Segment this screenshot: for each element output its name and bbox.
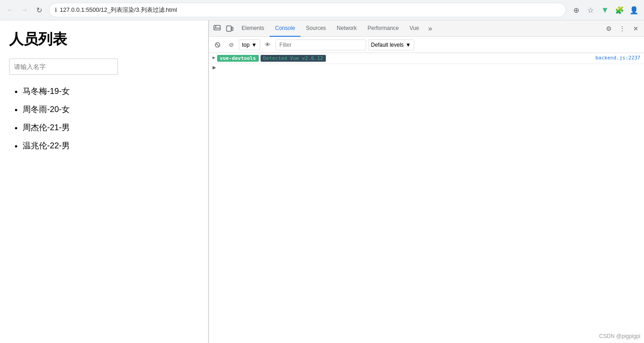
main-container: 人员列表 马冬梅-19-女周冬雨-20-女周杰伦-21-男温兆伦-22-男 <box>0 20 644 343</box>
tab-network[interactable]: Network <box>331 20 362 37</box>
person-list: 马冬梅-19-女周冬雨-20-女周杰伦-21-男温兆伦-22-男 <box>9 82 199 155</box>
toolbar-actions: ⊕ ☆ ▼ 🧩 👤 <box>570 4 640 16</box>
devtools-panel: Elements Console Sources Network Perform… <box>208 20 644 343</box>
console-message-vue-detected: ▶ vue-devtools Detected Vue v2.6.12 back… <box>209 53 644 64</box>
url-text: 127.0.0.1:5500/12_列表渲染/3.列表过滤.html <box>60 6 177 14</box>
vue-extension-button[interactable]: ▼ <box>599 4 611 16</box>
svg-rect-1 <box>227 26 231 31</box>
console-toolbar: ⊘ top ▼ 👁 Default levels ▼ <box>209 37 644 53</box>
inspect-element-button[interactable] <box>211 22 223 35</box>
tab-sources[interactable]: Sources <box>300 20 331 37</box>
page-title: 人员列表 <box>9 29 199 49</box>
live-expressions-button[interactable]: 👁 <box>262 39 274 51</box>
vue-devtools-badge: vue-devtools <box>217 55 258 62</box>
console-output: ▶ vue-devtools Detected Vue v2.6.12 back… <box>209 53 644 343</box>
device-toggle-button[interactable] <box>223 22 236 35</box>
browser-toolbar: ← → ↻ ℹ 127.0.0.1:5500/12_列表渲染/3.列表过滤.ht… <box>0 0 644 20</box>
nav-buttons: ← → ↻ <box>4 4 45 16</box>
list-item: 温兆伦-22-男 <box>23 137 199 155</box>
refresh-button[interactable]: ↻ <box>33 4 45 16</box>
devtools-tabs: Elements Console Sources Network Perform… <box>209 20 644 37</box>
tab-elements[interactable]: Elements <box>236 20 270 37</box>
lock-icon: ℹ <box>55 7 57 13</box>
tab-performance[interactable]: Performance <box>362 20 404 37</box>
svg-line-4 <box>216 44 219 46</box>
filter-input[interactable] <box>276 39 366 50</box>
vue-detected-badge: Detected Vue v2.6.12 <box>261 55 326 62</box>
list-item: 马冬梅-19-女 <box>23 82 199 100</box>
watermark: CSDN @pigpigpi <box>599 333 640 339</box>
row-expand-icon[interactable]: ▶ <box>213 65 216 70</box>
back-button[interactable]: ← <box>4 4 16 16</box>
block-button[interactable]: ⊘ <box>225 39 237 51</box>
tab-console[interactable]: Console <box>270 20 300 37</box>
list-item: 周杰伦-21-男 <box>23 118 199 137</box>
console-message-source[interactable]: backend.js:2237 <box>596 55 640 61</box>
clear-console-button[interactable] <box>212 39 223 51</box>
close-devtools-button[interactable]: ✕ <box>629 22 642 35</box>
expand-triangle-icon[interactable]: ▶ <box>213 55 215 60</box>
list-item: 周冬雨-20-女 <box>23 100 199 118</box>
settings-button[interactable]: ⚙ <box>602 22 615 35</box>
more-options-button[interactable]: ⋮ <box>616 22 629 35</box>
browser-chrome: ← → ↻ ℹ 127.0.0.1:5500/12_列表渲染/3.列表过滤.ht… <box>0 0 644 20</box>
search-input[interactable] <box>9 59 118 75</box>
context-value: top <box>242 42 250 48</box>
address-bar[interactable]: ℹ 127.0.0.1:5500/12_列表渲染/3.列表过滤.html <box>49 3 566 17</box>
levels-dropdown-icon: ▼ <box>406 42 411 48</box>
levels-value: Default levels <box>371 42 404 48</box>
page-content: 人员列表 马冬梅-19-女周冬雨-20-女周杰伦-21-男温兆伦-22-男 <box>0 20 208 343</box>
profile-button[interactable]: 👤 <box>628 4 640 16</box>
context-dropdown-icon: ▼ <box>252 42 257 48</box>
more-tabs-button[interactable]: » <box>425 20 436 37</box>
console-expand-row: ▶ <box>209 64 644 71</box>
context-selector[interactable]: top ▼ <box>239 39 260 50</box>
levels-selector[interactable]: Default levels ▼ <box>368 39 414 50</box>
bookmark-button[interactable]: ☆ <box>584 4 597 16</box>
svg-rect-0 <box>214 25 220 30</box>
tab-vue[interactable]: Vue <box>404 20 425 37</box>
forward-button[interactable]: → <box>18 4 31 16</box>
devtools-settings: ⚙ ⋮ ✕ <box>602 22 642 35</box>
zoom-button[interactable]: ⊕ <box>570 4 582 16</box>
extensions-button[interactable]: 🧩 <box>613 4 626 16</box>
svg-rect-2 <box>232 27 233 30</box>
